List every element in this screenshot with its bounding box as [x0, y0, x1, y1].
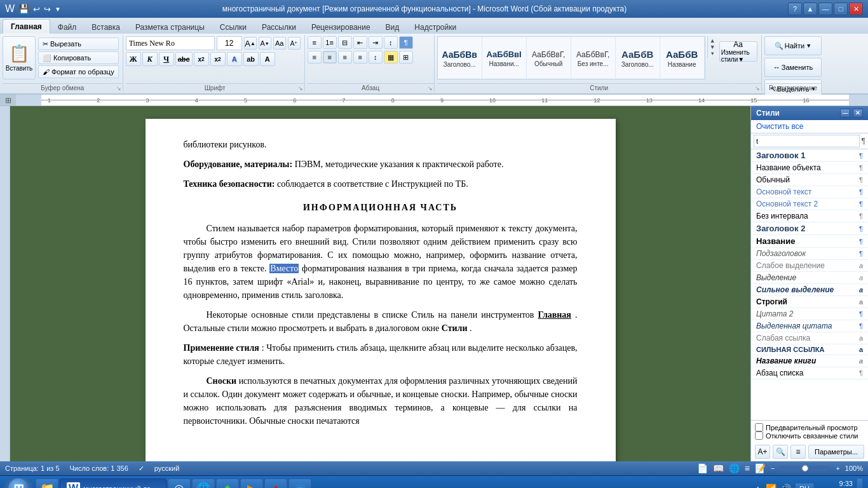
tab-references[interactable]: Ссылки — [212, 20, 254, 34]
zoom-level[interactable]: 100% — [845, 464, 863, 472]
zoom-slider[interactable] — [780, 466, 831, 471]
inspector-button[interactable]: 🔍 — [773, 445, 788, 459]
taskbar-word[interactable]: W многостраничный документ — [60, 478, 166, 489]
taskbar-app1[interactable]: ◆ — [216, 478, 239, 489]
style-item-list-para[interactable]: Абзац списка ¶ — [751, 367, 868, 379]
show-marks-button[interactable]: ¶ — [399, 36, 413, 49]
style-gallery-noSpacing[interactable]: АаБбВвГ, Без инте... — [571, 37, 616, 79]
ribbon-toggle[interactable]: ▲ — [803, 3, 817, 15]
style-item-emphasis[interactable]: Выделение a — [751, 272, 868, 284]
maximize-button[interactable]: □ — [834, 3, 848, 15]
taskbar-app4[interactable]: ▣ — [288, 478, 311, 489]
preview-checkbox[interactable] — [755, 423, 763, 431]
language-status[interactable]: русский — [154, 464, 179, 472]
numbering-button[interactable]: 1≡ — [323, 36, 337, 49]
quick-access-undo[interactable]: ↩ — [33, 4, 40, 14]
help-button[interactable]: ? — [788, 3, 802, 15]
style-item-body-text2[interactable]: Основной текст 2 ¶ — [751, 198, 868, 210]
style-gallery-normal[interactable]: АаБбВвГ, Обычный — [527, 37, 571, 79]
style-item-no-spacing[interactable]: Без интервала ¶ — [751, 210, 868, 222]
view-reading-button[interactable]: 📖 — [713, 463, 724, 473]
highlight-color-button[interactable]: ab — [243, 52, 259, 66]
styles-panel-pin[interactable]: — — [840, 109, 850, 118]
font-size-increase[interactable]: A▲ — [244, 37, 257, 50]
bold-button[interactable]: Ж — [126, 52, 141, 66]
paragraph-expander[interactable]: ↘ — [428, 85, 433, 92]
spell-check-icon[interactable]: ✓ — [139, 464, 144, 473]
style-item-quote2[interactable]: Цитата 2 ¶ — [751, 308, 868, 320]
taskbar-app2[interactable]: ▶ — [240, 478, 263, 489]
style-item-heading1[interactable]: Заголовок 1 ¶ — [751, 149, 868, 162]
taskbar-browser[interactable]: 🌐 — [192, 478, 215, 489]
tray-network-icon[interactable]: 📶 — [766, 484, 776, 489]
tray-volume-icon[interactable]: 🔊 — [780, 484, 791, 489]
format-painter-button[interactable]: 🖌Формат по образцу — [38, 65, 119, 78]
tab-page-layout[interactable]: Разметка страницы — [128, 20, 212, 34]
font-expander[interactable]: ↘ — [298, 85, 303, 92]
start-button[interactable]: ⊞ — [3, 478, 34, 489]
underline-button[interactable]: Ч — [159, 52, 174, 66]
view-outline-button[interactable]: ≡ — [745, 463, 750, 473]
style-item-object-name[interactable]: Название объекта ¶ — [751, 162, 868, 174]
tab-addins[interactable]: Надстройки — [407, 20, 464, 34]
style-gallery-heading2[interactable]: АаБбВ Заголово... — [616, 37, 660, 79]
style-item-normal[interactable]: Обычный ¶ — [751, 174, 868, 186]
font-size-input[interactable] — [217, 36, 242, 50]
tray-expand[interactable]: ▲ — [754, 484, 762, 488]
font-name-input[interactable] — [126, 36, 215, 50]
view-draft-button[interactable]: 📝 — [755, 463, 766, 473]
system-clock[interactable]: 9:33 17.02.2012 — [818, 479, 853, 488]
superscript-button[interactable]: x2 — [210, 52, 226, 66]
manage-styles-button[interactable]: ≡ — [790, 445, 806, 459]
style-item-subtle-ref[interactable]: Слабая ссылка a — [751, 332, 868, 344]
shading-button[interactable]: ▦ — [384, 51, 398, 64]
multilevel-list-button[interactable]: ⊟ — [338, 36, 352, 49]
line-spacing-button[interactable]: ↕ — [369, 51, 383, 64]
text-effects-button[interactable]: A — [227, 52, 242, 66]
styles-clear-all[interactable]: Очистить все — [751, 120, 868, 133]
new-style-button[interactable]: A+ — [755, 445, 770, 459]
justify-button[interactable]: ≡ — [353, 51, 367, 64]
view-web-button[interactable]: 🌐 — [729, 463, 740, 473]
quick-access-dropdown[interactable]: ▼ — [55, 6, 61, 13]
style-item-subtle-em[interactable]: Слабое выделение a — [751, 260, 868, 272]
change-styles-button[interactable]: Аа Изменить стили▼ — [719, 41, 757, 62]
close-button[interactable]: ✕ — [849, 3, 863, 15]
tab-file[interactable]: Файл — [50, 20, 85, 34]
style-item-intense-ref[interactable]: Сильная ссылка a — [751, 344, 868, 355]
language-button[interactable]: RU — [795, 483, 814, 489]
italic-button[interactable]: К — [142, 52, 158, 66]
zoom-plus-btn[interactable]: + — [836, 464, 839, 472]
style-item-book-title[interactable]: Название книги a — [751, 355, 868, 367]
show-desktop-button[interactable] — [857, 478, 863, 489]
style-gallery-heading1-bold[interactable]: АаБбВвI Названи... — [482, 37, 527, 79]
styles-panel-close[interactable]: ✕ — [853, 109, 863, 118]
style-item-title[interactable]: Название ¶ — [751, 235, 868, 248]
page-count-status[interactable]: Страница: 1 из 5 — [5, 464, 60, 472]
quick-access-redo[interactable]: ↪ — [44, 4, 51, 14]
style-item-intense-quote[interactable]: Выделенная цитата ¶ — [751, 320, 868, 332]
quick-access-save[interactable]: 💾 — [18, 4, 29, 14]
tab-insert[interactable]: Вставка — [84, 20, 128, 34]
style-gallery-scroll-up[interactable]: ▲ — [710, 37, 715, 44]
document-area[interactable]: библиотеки рисунков. Оборудование, матер… — [10, 106, 750, 461]
tab-mailings[interactable]: Рассылки — [254, 20, 304, 34]
clipboard-expander[interactable]: ↘ — [116, 85, 121, 92]
clear-formatting[interactable]: Aa — [273, 37, 286, 50]
paste-button[interactable]: 📋 Вставить — [3, 36, 36, 79]
show-formatting[interactable]: A⁺ — [288, 37, 301, 50]
increase-indent-button[interactable]: ⇥ — [369, 36, 383, 49]
taskbar-antivirus[interactable]: ◎ — [168, 478, 191, 489]
subscript-button[interactable]: x2 — [194, 52, 209, 66]
styles-expander[interactable]: ↘ — [755, 85, 760, 92]
strikethrough-button[interactable]: abc — [175, 52, 193, 66]
style-item-body-text[interactable]: Основной текст ¶ — [751, 186, 868, 198]
minimize-button[interactable]: — — [818, 3, 832, 15]
cut-button[interactable]: ✂Вырезать — [38, 37, 119, 50]
decrease-indent-button[interactable]: ⇤ — [353, 36, 367, 49]
word-count-status[interactable]: Число слов: 1 356 — [70, 464, 128, 472]
align-center-button[interactable]: ≡ — [323, 51, 337, 64]
taskbar-explorer[interactable]: 📁 — [36, 478, 58, 489]
tab-view[interactable]: Вид — [378, 20, 407, 34]
style-item-heading2[interactable]: Заголовок 2 ¶ — [751, 222, 868, 235]
